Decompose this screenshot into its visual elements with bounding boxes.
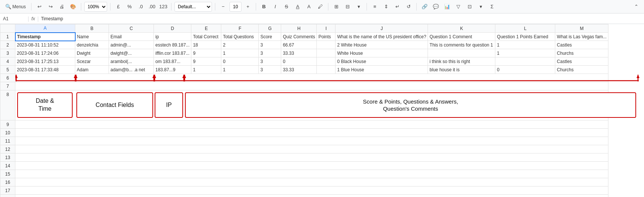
percent-button[interactable]: % bbox=[125, 2, 134, 12]
currency-button[interactable]: £ bbox=[113, 2, 123, 12]
cell-D4[interactable]: om 183.87... bbox=[154, 57, 191, 66]
cell-J1[interactable]: What is the name of the US president off… bbox=[335, 33, 428, 41]
col-header-J[interactable]: J bbox=[335, 24, 428, 33]
col-header-L[interactable]: L bbox=[495, 24, 555, 33]
cell-L5[interactable]: 0 bbox=[495, 66, 555, 74]
cell-E2[interactable]: 18 bbox=[191, 41, 221, 49]
redo-button[interactable]: ↪ bbox=[46, 2, 55, 12]
col-header-C[interactable]: C bbox=[109, 24, 154, 33]
cell-A5[interactable]: 2023-08-31 17:33:48 bbox=[15, 66, 75, 74]
comment-button[interactable]: 💬 bbox=[431, 2, 441, 12]
cell-M3[interactable]: Churchs bbox=[555, 49, 608, 57]
cell-D1[interactable]: ip bbox=[154, 33, 191, 41]
col-header-K[interactable]: K bbox=[428, 24, 495, 33]
cell-E4[interactable]: 9 bbox=[191, 57, 221, 66]
col-header-F[interactable]: F bbox=[221, 24, 259, 33]
cell-B5[interactable]: Adam bbox=[75, 66, 109, 74]
decimal-dec-button[interactable]: .0 bbox=[136, 2, 146, 12]
cell-C2[interactable]: admin@... bbox=[109, 41, 154, 49]
cell-M1[interactable]: What is Las Vegas fam... bbox=[555, 33, 608, 41]
cell-C4[interactable]: arambol(... bbox=[109, 57, 154, 66]
cell-E3[interactable]: 9 bbox=[191, 49, 221, 57]
font-select[interactable]: Default... bbox=[174, 2, 212, 12]
cell-H2[interactable]: 66.67 bbox=[281, 41, 317, 49]
italic-button[interactable]: I bbox=[270, 2, 280, 12]
cell-G3[interactable]: 3 bbox=[259, 49, 281, 57]
cell-F4[interactable]: 0 bbox=[221, 57, 259, 66]
rotate-button[interactable]: ↺ bbox=[404, 2, 413, 12]
cell-I2[interactable] bbox=[317, 41, 335, 49]
cell-A4[interactable]: 2023-08-31 17:25:13 bbox=[15, 57, 75, 66]
strikethrough-button[interactable]: S bbox=[282, 2, 291, 12]
cell-E1[interactable]: Total Correct bbox=[191, 33, 221, 41]
cell-H3[interactable]: 33.33 bbox=[281, 49, 317, 57]
col-header-E[interactable]: E bbox=[191, 24, 221, 33]
cell-A1[interactable]: Timestamp bbox=[15, 33, 75, 41]
print-button[interactable]: 🖨 bbox=[57, 2, 67, 12]
col-header-H[interactable]: H bbox=[281, 24, 317, 33]
cell-E5[interactable]: 1 bbox=[191, 66, 221, 74]
cell-F1[interactable]: Total Questions bbox=[221, 33, 259, 41]
chart-button[interactable]: 📊 bbox=[442, 2, 452, 12]
cell-H1[interactable]: Quiz Comments bbox=[281, 33, 317, 41]
cell-D3[interactable]: ifflin.cor 183.87... bbox=[154, 49, 191, 57]
col-header-I[interactable]: I bbox=[317, 24, 335, 33]
bold-button[interactable]: B bbox=[259, 2, 269, 12]
font-size-dec-button[interactable]: − bbox=[218, 2, 228, 12]
col-header-G[interactable]: G bbox=[259, 24, 281, 33]
link-button[interactable]: 🔗 bbox=[420, 2, 429, 12]
sigma-button[interactable]: Σ bbox=[487, 2, 497, 12]
cell-K4[interactable]: i think so this is right bbox=[428, 57, 495, 66]
merge-dropdown[interactable]: ▾ bbox=[354, 2, 364, 12]
cell-M2[interactable]: Castles bbox=[555, 41, 608, 49]
spreadsheet[interactable]: A B C D E F G H I J K L M bbox=[0, 24, 644, 197]
cell-L2[interactable]: 1 bbox=[495, 41, 555, 49]
text-color-button[interactable]: A bbox=[304, 2, 314, 12]
cell-K5[interactable]: blue house it is bbox=[428, 66, 495, 74]
cell-G4[interactable]: 3 bbox=[259, 57, 281, 66]
cell-K3[interactable] bbox=[428, 49, 495, 57]
cell-G2[interactable]: 3 bbox=[259, 41, 281, 49]
formula-content[interactable]: Timestamp bbox=[41, 16, 641, 21]
cell-I1[interactable]: Points bbox=[317, 33, 335, 41]
cell-B3[interactable]: Dwight bbox=[75, 49, 109, 57]
cell-I3[interactable] bbox=[317, 49, 335, 57]
cell-A2[interactable]: 2023-08-31 11:10:52 bbox=[15, 41, 75, 49]
menus-button[interactable]: 🔍 Menus bbox=[3, 2, 28, 11]
cell-D5[interactable]: 183.87...9 bbox=[154, 66, 191, 74]
cell-C3[interactable]: dwight@... bbox=[109, 49, 154, 57]
cell-K2[interactable]: This is comments for question 1 bbox=[428, 41, 495, 49]
zoom-select[interactable]: 100% bbox=[84, 2, 107, 12]
cell-M4[interactable]: Castles bbox=[555, 57, 608, 66]
cell-J5[interactable]: 1 Blue House bbox=[335, 66, 428, 74]
view-button[interactable]: ⊡ bbox=[465, 2, 474, 12]
font-size-input[interactable]: 10 bbox=[230, 2, 242, 12]
cell-K1[interactable]: Question 1 Comment bbox=[428, 33, 495, 41]
cell-L1[interactable]: Question 1 Points Earned bbox=[495, 33, 555, 41]
cell-F5[interactable]: 1 bbox=[221, 66, 259, 74]
cell-A3[interactable]: 2023-08-31 17:24:06 bbox=[15, 49, 75, 57]
cell-C1[interactable]: Email bbox=[109, 33, 154, 41]
valign-button[interactable]: ⇕ bbox=[381, 2, 391, 12]
cell-J3[interactable]: White House bbox=[335, 49, 428, 57]
cell-J4[interactable]: 0 Black House bbox=[335, 57, 428, 66]
font-size-inc-button[interactable]: + bbox=[243, 2, 253, 12]
cell-L3[interactable]: 1 bbox=[495, 49, 555, 57]
wrap-button[interactable]: ↵ bbox=[392, 2, 402, 12]
underline-button[interactable]: A bbox=[293, 2, 303, 12]
cell-F3[interactable]: 1 bbox=[221, 49, 259, 57]
cell-B4[interactable]: Scezar bbox=[75, 57, 109, 66]
cell-D2[interactable]: esstech 89.187... bbox=[154, 41, 191, 49]
format-123-button[interactable]: 123 bbox=[158, 2, 168, 12]
cell-B2[interactable]: denzelchia bbox=[75, 41, 109, 49]
view-dropdown[interactable]: ▾ bbox=[476, 2, 486, 12]
cell-J2[interactable]: 2 White House bbox=[335, 41, 428, 49]
cell-L4[interactable] bbox=[495, 57, 555, 66]
col-header-M[interactable]: M bbox=[555, 24, 608, 33]
borders-button[interactable]: ⊞ bbox=[331, 2, 341, 12]
paint-format-button[interactable]: 🎨 bbox=[68, 2, 78, 12]
cell-M5[interactable]: Churchs bbox=[555, 66, 608, 74]
cell-H5[interactable]: 33.33 bbox=[281, 66, 317, 74]
col-header-B[interactable]: B bbox=[75, 24, 109, 33]
cell-H4[interactable]: 0 bbox=[281, 57, 317, 66]
